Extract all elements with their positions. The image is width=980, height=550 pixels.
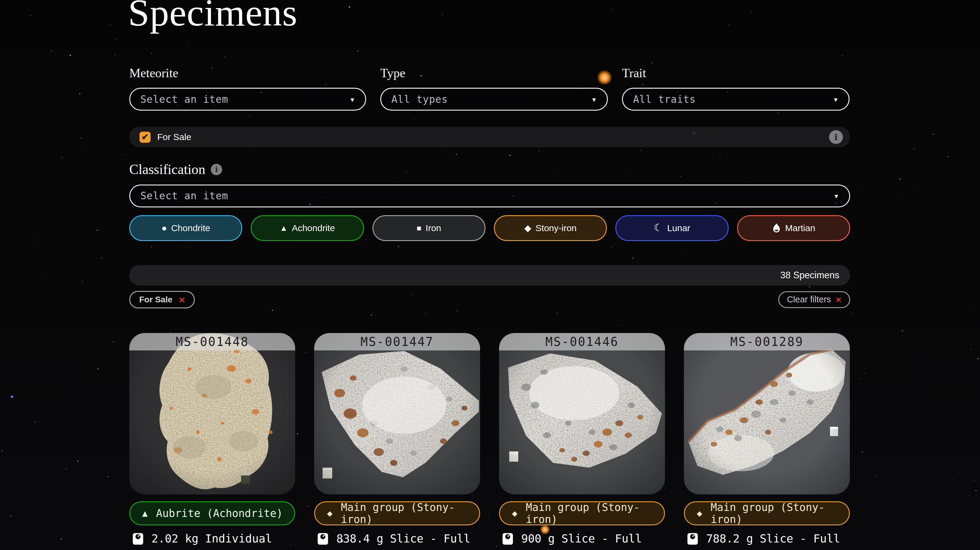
square-icon: ■ [417, 224, 422, 232]
classification-badge: ◆ Main group (Stony-iron) [684, 501, 850, 525]
filter-row: Meteorite Select an item ▾ Type All type… [129, 65, 850, 111]
specimen-id-band: MS-001446 [499, 333, 665, 350]
diamond-icon: ◆ [524, 224, 531, 233]
specimen-photo: MS-001447 [314, 333, 480, 494]
specimen-id-band: MS-001447 [314, 333, 480, 350]
meteorite-select[interactable]: Select an item ▾ [129, 88, 366, 111]
trait-label: Trait [622, 65, 850, 81]
info-icon[interactable]: i [829, 130, 843, 144]
for-sale-chip[interactable]: For Sale × [129, 291, 195, 308]
pill-label: Achondrite [292, 223, 335, 233]
classification-badge: ▲ Aubrite (Achondrite) [129, 501, 295, 525]
pill-chondrite[interactable]: ● Chondrite [129, 215, 242, 241]
specimen-card[interactable]: MS-001447 ◆ Main group (Stony-iron) 838.… [314, 333, 480, 546]
weight-label: 900 g Slice - Full [521, 532, 642, 545]
page-title: Specimens [128, 0, 850, 32]
pill-label: Stony-iron [535, 223, 577, 233]
moon-icon: ☾ [654, 223, 663, 233]
classification-title: Classification [129, 161, 205, 178]
specimen-id-band: MS-001448 [129, 333, 295, 350]
clear-filters-button[interactable]: Clear filters × [778, 291, 850, 308]
info-icon[interactable]: i [211, 164, 222, 175]
specimen-card[interactable]: MS-001446 ◆ Main group (Stony-iron) 900 … [499, 333, 665, 546]
pill-label: Iron [426, 223, 441, 233]
classification-pills: ● Chondrite ▲ Achondrite ■ Iron ◆ Stony-… [129, 215, 850, 241]
classification-select-value: Select an item [140, 190, 829, 202]
diamond-icon: ◆ [327, 509, 332, 518]
classification-label: Main group (Stony-iron) [341, 501, 479, 525]
type-select[interactable]: All types ▾ [380, 88, 608, 111]
for-sale-label: For Sale [157, 132, 191, 142]
classification-badge: ◆ Main group (Stony-iron) [499, 501, 665, 525]
trait-select-value: All traits [633, 94, 828, 105]
chip-label: For Sale [139, 295, 172, 304]
type-select-value: All types [391, 94, 587, 105]
meteorite-select-value: Select an item [140, 94, 345, 105]
specimen-grid: MS-001448 ▲ Aubrite (Achondrite) 2.02 kg… [129, 333, 850, 546]
pill-martian[interactable]: Martian [737, 215, 850, 241]
chevron-down-icon: ▾ [834, 191, 839, 201]
specimen-photo: MS-001289 [684, 333, 850, 494]
chevron-down-icon: ▾ [591, 94, 597, 105]
weight-label: 838.4 g Slice - Full [336, 532, 471, 545]
classification-select[interactable]: Select an item ▾ [129, 184, 850, 207]
weight-row: 900 g Slice - Full [499, 532, 665, 546]
chevron-down-icon: ▾ [350, 94, 355, 105]
checkmark-icon: ✔ [142, 133, 148, 141]
circle-icon: ● [161, 224, 167, 233]
chevron-down-icon: ▾ [833, 94, 838, 105]
classification-label: Aubrite (Achondrite) [156, 507, 283, 519]
pill-achondrite[interactable]: ▲ Achondrite [251, 215, 364, 241]
chip-row: For Sale × Clear filters × [129, 291, 850, 308]
for-sale-checkbox[interactable]: ✔ [140, 132, 151, 143]
close-icon: × [836, 295, 842, 304]
weight-label: 788.2 g Slice - Full [706, 532, 840, 545]
classification-badge: ◆ Main group (Stony-iron) [314, 501, 480, 525]
specimen-photo: MS-001448 [129, 333, 295, 494]
weight-label: 2.02 kg Individual [151, 532, 272, 545]
type-label: Type [380, 65, 608, 81]
classification-header: Classification i [129, 161, 850, 178]
pill-stony-iron[interactable]: ◆ Stony-iron [494, 215, 607, 241]
specimen-id: MS-001448 [175, 335, 249, 349]
meteorite-label: Meteorite [129, 65, 366, 81]
pill-label: Lunar [667, 223, 690, 233]
weight-row: 2.02 kg Individual [129, 532, 295, 546]
specimen-id: MS-001447 [360, 335, 434, 349]
weight-row: 838.4 g Slice - Full [314, 532, 480, 546]
specimen-photo: MS-001446 [499, 333, 665, 494]
scale-icon [686, 532, 700, 546]
trait-select[interactable]: All traits ▾ [622, 88, 850, 111]
triangle-icon: ▲ [142, 509, 148, 518]
results-bar: 38 Specimens [129, 265, 850, 286]
specimen-card[interactable]: MS-001289 ◆ Main group (Stony-iron) 788.… [684, 333, 850, 546]
scale-icon [316, 532, 330, 546]
specimen-id: MS-001446 [545, 335, 619, 349]
specimen-card[interactable]: MS-001448 ▲ Aubrite (Achondrite) 2.02 kg… [129, 333, 295, 546]
triangle-icon: ▲ [280, 224, 288, 232]
pill-iron[interactable]: ■ Iron [372, 215, 485, 241]
weight-row: 788.2 g Slice - Full [684, 532, 850, 546]
scale-icon [131, 532, 145, 546]
clear-filters-label: Clear filters [787, 294, 831, 304]
classification-label: Main group (Stony-iron) [711, 501, 849, 525]
for-sale-bar: ✔ For Sale i [129, 127, 850, 147]
specimen-id: MS-001289 [730, 335, 803, 349]
pill-label: Martian [785, 223, 815, 233]
pill-label: Chondrite [171, 223, 210, 233]
results-count: 38 Specimens [780, 270, 839, 281]
specimen-id-band: MS-001289 [684, 333, 850, 350]
diamond-icon: ◆ [512, 509, 517, 518]
pill-lunar[interactable]: ☾ Lunar [616, 215, 729, 241]
diamond-icon: ◆ [697, 509, 702, 518]
flame-icon [772, 223, 781, 233]
classification-label: Main group (Stony-iron) [526, 501, 664, 525]
close-icon[interactable]: × [179, 294, 185, 305]
scale-icon [501, 532, 515, 546]
